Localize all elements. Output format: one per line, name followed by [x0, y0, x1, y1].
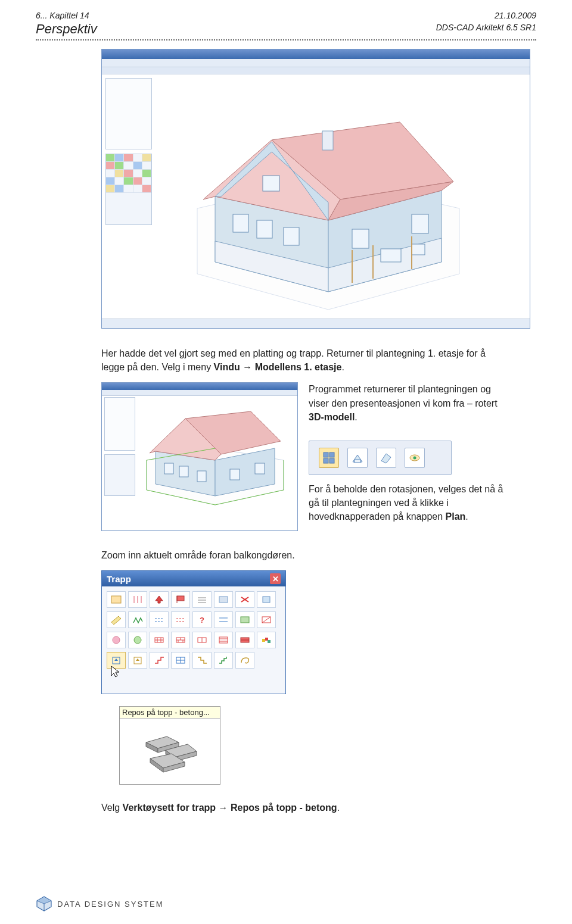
eye-icon [408, 451, 421, 464]
para2-b1: 3D-modell [309, 412, 355, 422]
paragraph-instruction-3: For å beholde den rotasjonen, velges det… [309, 482, 506, 524]
para1-t2: . [341, 362, 344, 372]
hatch-icon [260, 615, 272, 625]
trapp-tool-12[interactable] [171, 611, 190, 628]
trapp-tool-2[interactable] [128, 591, 147, 608]
plan-grid-icon [322, 451, 335, 464]
svg-rect-9 [322, 131, 333, 150]
trapp-tool-28[interactable] [171, 652, 190, 669]
trapp-tool-29[interactable] [192, 652, 212, 669]
trapp-tool-20[interactable] [171, 632, 190, 648]
close-button[interactable]: ✕ [270, 573, 281, 584]
face-pink-icon [110, 635, 122, 645]
tool-palette-small [104, 454, 135, 496]
trapp-tool-24[interactable] [257, 632, 276, 648]
trapp-tool-17[interactable] [107, 632, 126, 648]
svg-rect-16 [381, 249, 401, 262]
trapp-tool-4[interactable] [171, 591, 190, 608]
grid-icon [132, 595, 144, 604]
para2-t2: . [355, 412, 357, 422]
svg-rect-13 [263, 176, 279, 191]
trapp-tool-27[interactable] [150, 652, 169, 669]
house-front-model-icon [141, 407, 290, 514]
svg-rect-53 [263, 597, 270, 603]
trapp-tool-7[interactable] [235, 591, 254, 608]
trapp-tool-11[interactable] [150, 611, 169, 628]
trapp-tool-10[interactable] [128, 611, 147, 628]
svg-marker-44 [156, 596, 163, 603]
trapp-tool-8[interactable] [257, 591, 276, 608]
trapp-tool-21[interactable] [192, 632, 212, 648]
paragraph-zoom: Zoom inn aktuelt område foran balkongdør… [101, 550, 506, 561]
trapp-tool-22[interactable] [214, 632, 233, 648]
face-green-icon [132, 635, 144, 645]
parab-arrow: → [216, 803, 231, 813]
tooltip-label: Repos på topp - betong... [120, 707, 220, 719]
svg-rect-29 [230, 469, 240, 480]
stair-icon [110, 595, 122, 604]
trapp-tool-26[interactable] [128, 652, 147, 669]
trapp-tool-15[interactable] [235, 611, 254, 628]
svg-rect-40 [111, 596, 121, 603]
3d-canvas [102, 74, 530, 319]
brick4-icon [217, 635, 229, 645]
chapter-text: ... Kapittel 14 [41, 11, 89, 20]
flag-icon [175, 595, 186, 604]
svg-rect-33 [324, 458, 328, 463]
3d-house-view-button-1[interactable] [347, 448, 368, 468]
trapp-tool-14[interactable] [214, 611, 233, 628]
trapp-tool-30[interactable] [214, 652, 233, 669]
header-left: 6... Kapittel 14 Perspektiv [36, 11, 97, 37]
trapp-tool-19[interactable] [150, 632, 169, 648]
trapp-tool-18[interactable] [128, 632, 147, 648]
para1-b2: Modellens 1. etasje [255, 362, 342, 372]
plan-view-button[interactable] [319, 448, 339, 468]
3d-house-view-button-2[interactable] [376, 448, 396, 468]
svg-rect-14 [352, 229, 369, 248]
house-3d-model-icon [173, 95, 483, 321]
para1-arrow: → [240, 362, 255, 372]
question-icon: ? [196, 615, 208, 625]
trapp-tool-16[interactable] [257, 611, 276, 628]
svg-point-39 [414, 456, 416, 459]
app-titlebar [102, 49, 530, 59]
trapp-tool-3[interactable] [150, 591, 169, 608]
dds-logo-icon [36, 895, 52, 912]
zigzag-icon [132, 615, 144, 625]
step1-icon [153, 655, 165, 665]
eye-view-button[interactable] [405, 448, 425, 468]
svg-rect-78 [219, 637, 228, 643]
repos-up-icon [110, 655, 122, 665]
trapp-tool-9[interactable] [107, 611, 126, 628]
trapp-tool-13[interactable]: ? [192, 611, 212, 628]
svg-rect-45 [177, 596, 184, 601]
page-number: 6 [36, 11, 41, 20]
screenshot-3d-house-small [101, 382, 298, 531]
paragraph-instruction-1: Her hadde det vel gjort seg med en platt… [101, 346, 506, 374]
app-menubar-small [102, 390, 297, 396]
svg-rect-31 [324, 452, 328, 457]
lines-blue-icon [217, 615, 229, 625]
screenshot-3d-house-large [101, 49, 530, 329]
paragraph-bottom: Velg Verktøysett for trapp → Repos på to… [101, 803, 506, 813]
trapp-row-4 [107, 652, 281, 669]
lines-h-icon [196, 595, 208, 604]
cursor-arrow-icon [110, 665, 122, 679]
trapp-tool-31[interactable] [235, 652, 254, 669]
trapp-tool-6[interactable] [214, 591, 233, 608]
svg-rect-10 [233, 214, 248, 232]
trapp-palette-window: Trapp ✕ ? [101, 570, 286, 694]
trapp-titlebar: Trapp ✕ [102, 571, 285, 586]
trapp-tool-5[interactable] [192, 591, 212, 608]
svg-rect-32 [329, 452, 334, 457]
house-iso-icon [380, 451, 393, 464]
svg-line-64 [262, 617, 271, 623]
parab-t1: Velg [101, 803, 123, 813]
pattern-icon [239, 615, 251, 625]
app-menubar [102, 59, 530, 67]
trapp-tool-23[interactable] [235, 632, 254, 648]
trapp-tool-1[interactable] [107, 591, 126, 608]
svg-rect-17 [412, 244, 425, 255]
box-icon [260, 595, 272, 604]
svg-rect-62 [241, 617, 249, 623]
